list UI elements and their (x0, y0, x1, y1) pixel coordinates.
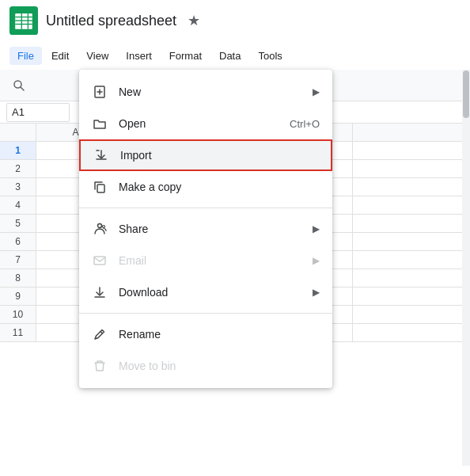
row-num-6[interactable]: 6 (0, 233, 36, 250)
app-icon (9, 6, 38, 35)
search-button[interactable] (6, 73, 32, 98)
import-label: Import (120, 149, 318, 162)
svg-line-8 (21, 87, 24, 90)
menu-item-open[interactable]: Open Ctrl+O (79, 108, 332, 139)
menu-bar: File Edit View Insert Format Data Tools (0, 41, 470, 70)
menu-item-file[interactable]: File (9, 47, 42, 65)
svg-point-13 (98, 224, 102, 228)
row-num-2[interactable]: 2 (0, 160, 36, 177)
bin-icon (92, 358, 108, 374)
share-label: Share (119, 223, 301, 235)
menu-item-new[interactable]: New ▶ (79, 76, 332, 108)
star-icon[interactable]: ★ (188, 12, 200, 29)
row-num-header (0, 124, 36, 141)
download-arrow: ▶ (313, 287, 320, 298)
row-num-10[interactable]: 10 (0, 306, 36, 323)
menu-item-download[interactable]: Download ▶ (79, 276, 332, 308)
rename-label: Rename (119, 328, 320, 341)
separator-1 (79, 208, 332, 208)
new-icon (92, 84, 108, 100)
menu-item-rename[interactable]: Rename (79, 318, 332, 350)
separator-2 (79, 313, 332, 314)
copy-icon (92, 179, 108, 195)
menu-item-email: Email ▶ (79, 245, 332, 276)
menu-item-format[interactable]: Format (161, 47, 210, 65)
move-to-bin-label: Move to bin (119, 360, 320, 372)
menu-item-view[interactable]: View (78, 47, 116, 65)
spreadsheet-title: Untitled spreadsheet (46, 13, 176, 29)
svg-rect-12 (97, 185, 104, 192)
cell-ref-box[interactable]: A1 (6, 103, 70, 122)
row-num-1[interactable]: 1 (0, 142, 36, 159)
download-icon (92, 284, 108, 300)
email-label: Email (119, 254, 301, 267)
menu-item-make-copy[interactable]: Make a copy (79, 171, 332, 203)
row-num-5[interactable]: 5 (0, 215, 36, 232)
rename-icon (92, 326, 108, 342)
menu-item-data[interactable]: Data (211, 47, 248, 65)
email-icon (92, 253, 108, 268)
svg-rect-1 (15, 13, 32, 29)
svg-line-16 (100, 332, 103, 334)
title-bar: Untitled spreadsheet ★ (0, 0, 470, 41)
vertical-scrollbar[interactable] (462, 70, 470, 466)
menu-item-insert[interactable]: Insert (118, 47, 160, 65)
row-num-7[interactable]: 7 (0, 251, 36, 268)
import-icon (93, 147, 109, 163)
email-arrow: ▶ (313, 255, 320, 266)
new-label: New (119, 86, 301, 98)
share-arrow: ▶ (313, 223, 320, 234)
row-num-8[interactable]: 8 (0, 269, 36, 287)
row-num-11[interactable]: 11 (0, 324, 36, 341)
new-arrow: ▶ (313, 86, 320, 97)
download-label: Download (119, 286, 301, 299)
search-icon (12, 78, 26, 93)
open-label: Open (119, 117, 279, 130)
file-dropdown-menu: New ▶ Open Ctrl+O Import (79, 70, 332, 388)
open-shortcut: Ctrl+O (290, 118, 320, 130)
row-num-4[interactable]: 4 (0, 196, 36, 214)
menu-item-tools[interactable]: Tools (250, 47, 290, 65)
make-copy-label: Make a copy (119, 181, 320, 193)
menu-item-import[interactable]: Import (79, 139, 332, 171)
open-icon (92, 116, 108, 131)
row-num-9[interactable]: 9 (0, 288, 36, 305)
scrollbar-thumb[interactable] (463, 70, 469, 118)
menu-item-share[interactable]: Share ▶ (79, 213, 332, 245)
menu-item-move-to-bin: Move to bin (79, 350, 332, 382)
svg-rect-15 (94, 257, 105, 265)
share-icon (92, 221, 108, 237)
menu-item-edit[interactable]: Edit (44, 47, 77, 65)
row-num-3[interactable]: 3 (0, 178, 36, 196)
svg-point-14 (103, 226, 105, 228)
